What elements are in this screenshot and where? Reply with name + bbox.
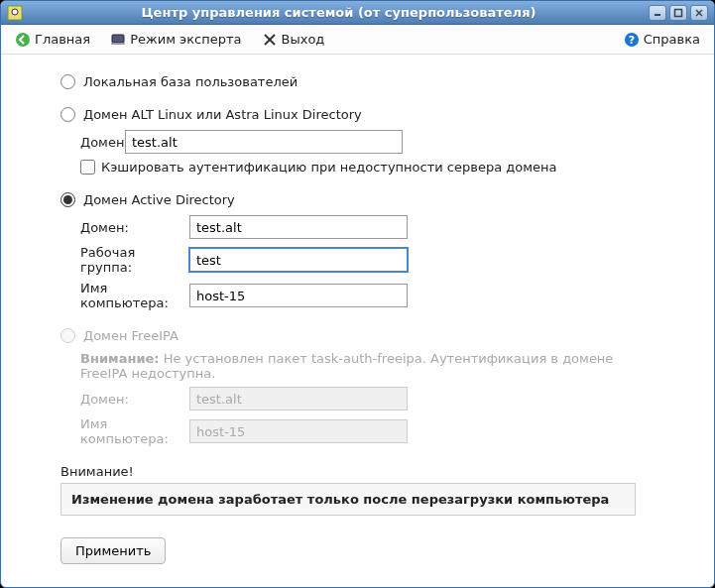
help-label: Справка — [644, 32, 700, 47]
freeipa-domain-label: Домен: — [80, 392, 189, 407]
help-button[interactable]: ? Справка — [618, 29, 706, 51]
ad-domain-input[interactable] — [189, 215, 408, 239]
radio-freeipa — [60, 328, 75, 343]
expert-label: Режим эксперта — [130, 32, 241, 47]
svg-rect-3 — [675, 9, 682, 16]
radio-alt-label[interactable]: Домен ALT Linux или Astra Linux Director… — [83, 107, 362, 122]
maximize-button[interactable] — [669, 5, 687, 21]
minimize-button[interactable] — [649, 5, 666, 21]
alt-domain-label: Домен: — [80, 135, 125, 150]
section-local: Локальная база пользователей — [60, 74, 655, 89]
freeipa-warning: Внимание: Не установлен пакет task-auth-… — [80, 351, 655, 381]
help-icon: ? — [624, 32, 640, 48]
radio-ad-label[interactable]: Домен Active Directory — [83, 192, 235, 207]
svg-rect-7 — [112, 35, 124, 43]
toolbar: Главная Режим эксперта Выход ? Справка — [1, 25, 714, 55]
freeipa-hostname-label: Имя компьютера: — [80, 416, 189, 446]
window-title: Центр управления системой (от суперпольз… — [29, 5, 649, 20]
ad-workgroup-input[interactable] — [189, 248, 408, 272]
svg-rect-8 — [111, 43, 125, 45]
ad-workgroup-label: Рабочая группа: — [80, 245, 189, 275]
freeipa-hostname-input — [189, 419, 408, 443]
close-button[interactable] — [690, 5, 708, 21]
attention-label: Внимание! — [60, 464, 655, 479]
freeipa-domain-input — [189, 387, 408, 411]
cache-auth-label[interactable]: Кэшировать аутентификацию при недоступно… — [101, 160, 556, 175]
content-area: Локальная база пользователей Домен ALT L… — [1, 55, 714, 587]
radio-ad[interactable] — [60, 192, 75, 207]
app-icon — [7, 5, 23, 21]
section-alt: Домен ALT Linux или Astra Linux Director… — [60, 107, 655, 175]
cache-auth-checkbox[interactable] — [80, 160, 95, 175]
attention-box: Изменение домена заработает только после… — [60, 483, 636, 516]
home-label: Главная — [35, 32, 90, 47]
freeipa-warn-prefix: Внимание: — [80, 351, 160, 366]
ad-hostname-input[interactable] — [189, 284, 408, 307]
laptop-icon — [110, 32, 126, 48]
section-freeipa: Домен FreeIPA Внимание: Не установлен па… — [60, 328, 655, 446]
radio-alt[interactable] — [60, 107, 75, 122]
arrow-left-icon — [15, 32, 31, 48]
radio-freeipa-label: Домен FreeIPA — [83, 328, 179, 343]
exit-icon — [262, 32, 278, 48]
radio-local-label[interactable]: Локальная база пользователей — [83, 74, 298, 89]
app-window: Центр управления системой (от суперпольз… — [0, 0, 715, 588]
window-controls — [649, 5, 708, 21]
apply-button[interactable]: Применить — [60, 537, 166, 564]
ad-hostname-label: Имя компьютера: — [80, 281, 189, 310]
freeipa-warn-text: Не установлен пакет task-auth-freeipa. А… — [80, 351, 613, 381]
exit-label: Выход — [282, 32, 325, 47]
home-button[interactable]: Главная — [9, 29, 96, 51]
svg-point-6 — [16, 33, 30, 47]
expert-mode-button[interactable]: Режим эксперта — [104, 29, 247, 51]
exit-button[interactable]: Выход — [256, 29, 331, 51]
svg-text:?: ? — [629, 34, 635, 47]
ad-domain-label: Домен: — [80, 220, 189, 235]
radio-local[interactable] — [60, 74, 75, 89]
svg-point-1 — [12, 9, 18, 15]
alt-domain-input[interactable] — [125, 130, 403, 154]
section-ad: Домен Active Directory Домен: Рабочая гр… — [60, 192, 655, 310]
titlebar: Центр управления системой (от суперпольз… — [1, 1, 714, 25]
